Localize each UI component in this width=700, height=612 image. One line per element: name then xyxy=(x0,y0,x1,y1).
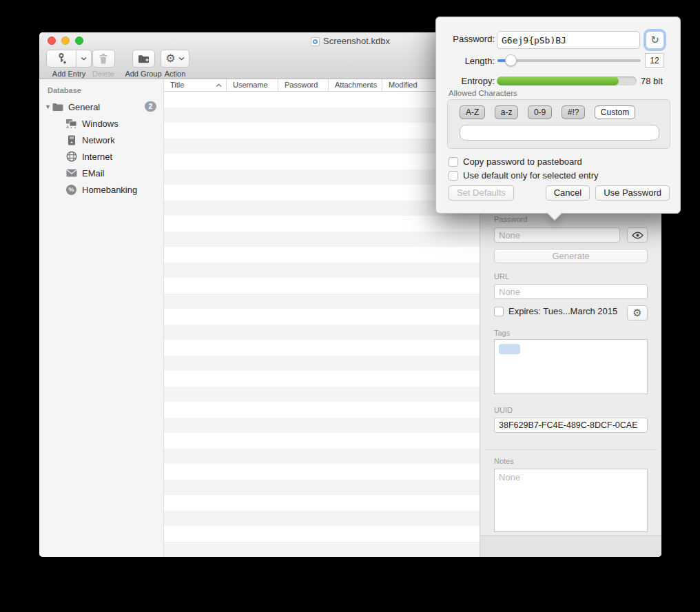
folder-icon xyxy=(52,101,63,113)
generate-password-button[interactable]: Generate xyxy=(494,249,648,263)
inspector-footer xyxy=(480,536,661,557)
sidebar-item-label: EMail xyxy=(82,168,105,178)
table-row xyxy=(164,371,480,387)
length-label: Length: xyxy=(436,56,495,66)
table-row xyxy=(164,495,480,511)
entropy-bar xyxy=(497,76,637,85)
table-row xyxy=(164,263,480,278)
tags-field[interactable] xyxy=(494,339,648,394)
table-row xyxy=(164,464,480,480)
gear-icon: ⚙ xyxy=(632,308,641,318)
generated-password-field[interactable] xyxy=(497,31,640,49)
sidebar-item-email[interactable]: EMail xyxy=(39,165,163,181)
delete-group: Delete xyxy=(86,50,121,78)
table-row xyxy=(164,123,480,139)
add-group-button[interactable] xyxy=(132,50,155,68)
sidebar-item-label: Windows xyxy=(82,119,119,129)
charset-custom-button[interactable]: Custom xyxy=(595,105,635,119)
use-password-button[interactable]: Use Password xyxy=(595,185,670,201)
column-header-username[interactable]: Username xyxy=(227,79,278,91)
uuid-field[interactable]: 38F629B7-FC4E-489C-8DCF-0CAE xyxy=(494,418,648,433)
entropy-label: Entropy: xyxy=(436,76,495,86)
reveal-password-button[interactable] xyxy=(627,227,648,243)
expires-label: Expires: Tues...March 2015 xyxy=(508,306,617,316)
table-row xyxy=(164,387,480,402)
key-plus-icon xyxy=(47,50,76,67)
disclosure-triangle-icon[interactable]: ▼ xyxy=(45,103,52,110)
url-field[interactable] xyxy=(494,284,648,299)
delete-label: Delete xyxy=(86,70,121,78)
copy-password-row: Copy password to pasteboard xyxy=(449,156,582,167)
length-slider-knob[interactable] xyxy=(505,54,517,66)
charset-lowercase-button[interactable]: a-z xyxy=(495,105,519,119)
sidebar: Database ▼ General 2 Windows xyxy=(39,79,164,557)
table-row xyxy=(164,278,480,294)
expires-settings-button[interactable]: ⚙ xyxy=(627,305,648,320)
tags-section-label: Tags xyxy=(494,329,510,337)
column-header-attachments[interactable]: Attachments xyxy=(329,79,382,91)
sidebar-item-internet[interactable]: Internet xyxy=(39,148,163,165)
use-default-row: Use default only for selected entry xyxy=(449,170,599,181)
sidebar-item-windows[interactable]: Windows xyxy=(39,115,163,132)
copy-password-checkbox[interactable] xyxy=(449,157,458,167)
set-defaults-button[interactable]: Set Defaults xyxy=(449,185,514,201)
table-row xyxy=(164,154,480,170)
table-row xyxy=(164,433,480,449)
entry-table: Title Username Password Attachments Modi… xyxy=(164,79,480,557)
expires-checkbox[interactable] xyxy=(494,307,504,316)
generated-password-label: Password: xyxy=(436,34,495,44)
table-row xyxy=(164,232,480,247)
sidebar-group-general[interactable]: ▼ General 2 xyxy=(39,99,163,115)
notes-field[interactable]: None xyxy=(494,469,648,532)
action-button[interactable]: ⚙ xyxy=(161,50,189,68)
charset-uppercase-button[interactable]: A-Z xyxy=(460,105,485,119)
table-row xyxy=(164,294,480,309)
chevron-down-icon xyxy=(178,57,185,61)
column-header-password[interactable]: Password xyxy=(278,79,329,91)
cancel-button[interactable]: Cancel xyxy=(546,185,590,201)
column-header-title[interactable]: Title xyxy=(164,79,227,91)
add-entry-label: Add Entry xyxy=(45,70,92,78)
sidebar-item-label: Homebanking xyxy=(82,185,137,195)
use-default-checkbox[interactable] xyxy=(449,171,458,181)
network-server-icon xyxy=(65,134,77,146)
trash-icon xyxy=(93,50,114,67)
table-row xyxy=(164,325,480,340)
sort-ascending-icon xyxy=(216,83,222,88)
table-row xyxy=(164,309,480,325)
inspector-divider xyxy=(486,449,657,450)
table-row xyxy=(164,170,480,185)
url-section-label: URL xyxy=(494,272,509,280)
use-default-label: Use default only for selected entry xyxy=(463,170,599,181)
percent-circle-icon: % xyxy=(65,184,77,196)
entry-table-header: Title Username Password Attachments Modi… xyxy=(164,79,480,92)
charset-digits-button[interactable]: 0-9 xyxy=(528,105,552,119)
allowed-characters-box: A-Z a-z 0-9 #!? Custom xyxy=(447,99,670,149)
action-label: Action xyxy=(158,70,192,78)
entry-count-badge: 2 xyxy=(145,101,156,112)
password-field[interactable] xyxy=(494,227,620,243)
notes-section-label: Notes xyxy=(494,457,514,465)
uuid-section-label: UUID xyxy=(494,406,513,414)
envelope-icon xyxy=(65,167,77,179)
charset-symbols-button[interactable]: #!? xyxy=(562,105,586,119)
length-slider[interactable] xyxy=(497,59,641,62)
eye-icon xyxy=(632,232,644,239)
sidebar-item-homebanking[interactable]: % Homebanking xyxy=(39,181,163,198)
table-row xyxy=(164,139,480,154)
entry-table-body xyxy=(164,92,480,557)
add-entry-button[interactable] xyxy=(46,50,76,68)
tag-token[interactable] xyxy=(499,344,520,354)
table-row xyxy=(164,108,480,123)
regenerate-password-button[interactable]: ↻ xyxy=(646,31,664,49)
table-row xyxy=(164,201,480,216)
password-section-label: Password xyxy=(494,215,527,223)
table-row xyxy=(164,526,480,542)
table-row xyxy=(164,340,480,356)
sidebar-item-network[interactable]: Network xyxy=(39,132,163,148)
entropy-value: 78 bit xyxy=(641,76,663,86)
delete-button[interactable] xyxy=(92,50,115,68)
entropy-fill xyxy=(497,76,619,85)
custom-characters-field[interactable] xyxy=(460,125,659,141)
length-value-field[interactable] xyxy=(645,53,664,68)
